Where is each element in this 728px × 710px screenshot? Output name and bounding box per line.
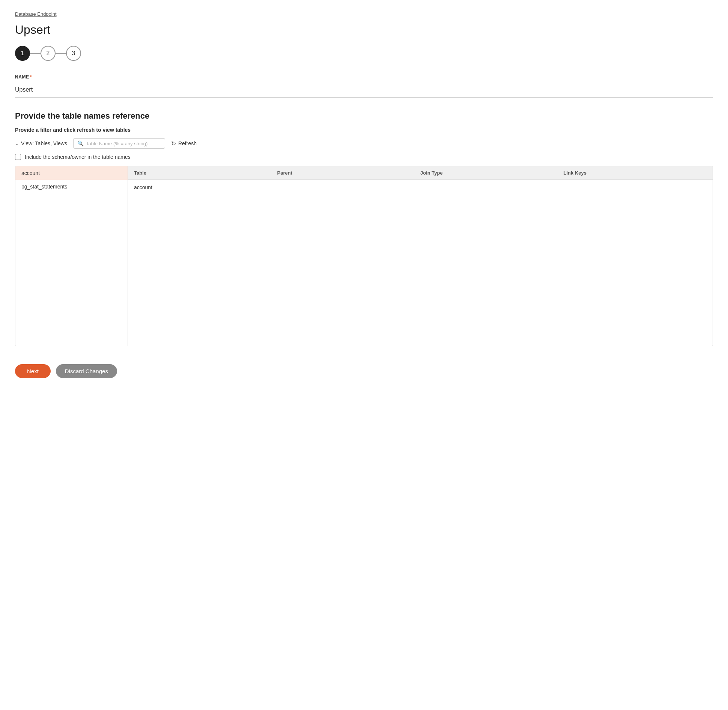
name-input[interactable]	[15, 83, 713, 98]
stepper: 1 2 3	[15, 46, 713, 61]
view-dropdown-button[interactable]: ⌄ View: Tables, Views	[15, 140, 67, 146]
search-icon: 🔍	[77, 140, 84, 146]
view-dropdown-label: View: Tables, Views	[21, 140, 67, 146]
step-1: 1	[15, 46, 30, 61]
col-link-keys: Link Keys	[564, 170, 707, 176]
step-connector-2	[56, 53, 66, 54]
discard-changes-button[interactable]: Discard Changes	[56, 364, 117, 378]
left-panel: account pg_stat_statements	[15, 166, 128, 346]
step-2: 2	[41, 46, 56, 61]
list-item[interactable]: pg_stat_statements	[15, 180, 128, 193]
refresh-button[interactable]: ↻ Refresh	[171, 140, 197, 147]
cell-join-type	[420, 184, 564, 190]
col-join-type: Join Type	[420, 170, 564, 176]
table-header: Table Parent Join Type Link Keys	[128, 166, 713, 180]
breadcrumb[interactable]: Database Endpoint	[15, 11, 713, 17]
search-input[interactable]	[86, 141, 161, 146]
schema-checkbox[interactable]	[15, 154, 21, 160]
cell-parent	[277, 184, 421, 190]
table-area: account pg_stat_statements Table Parent …	[15, 166, 713, 346]
search-box: 🔍	[73, 138, 165, 149]
col-table: Table	[134, 170, 277, 176]
chevron-down-icon: ⌄	[15, 141, 19, 146]
table-row: account	[128, 180, 713, 195]
schema-label: Include the schema/owner in the table na…	[25, 154, 131, 160]
section-title: Provide the table names reference	[15, 111, 713, 121]
cell-link-keys	[564, 184, 707, 190]
right-panel: Table Parent Join Type Link Keys account	[128, 166, 713, 346]
refresh-icon: ↻	[171, 140, 176, 147]
list-item[interactable]: account	[15, 166, 128, 180]
step-3: 3	[66, 46, 81, 61]
page-title: Upsert	[15, 23, 713, 37]
next-button[interactable]: Next	[15, 364, 51, 378]
filter-hint: Provide a filter and click refresh to vi…	[15, 127, 713, 133]
cell-table: account	[134, 184, 277, 190]
required-star: *	[30, 74, 32, 80]
name-label: NAME*	[15, 74, 713, 80]
refresh-label: Refresh	[178, 140, 197, 146]
col-parent: Parent	[277, 170, 421, 176]
step-connector-1	[30, 53, 41, 54]
